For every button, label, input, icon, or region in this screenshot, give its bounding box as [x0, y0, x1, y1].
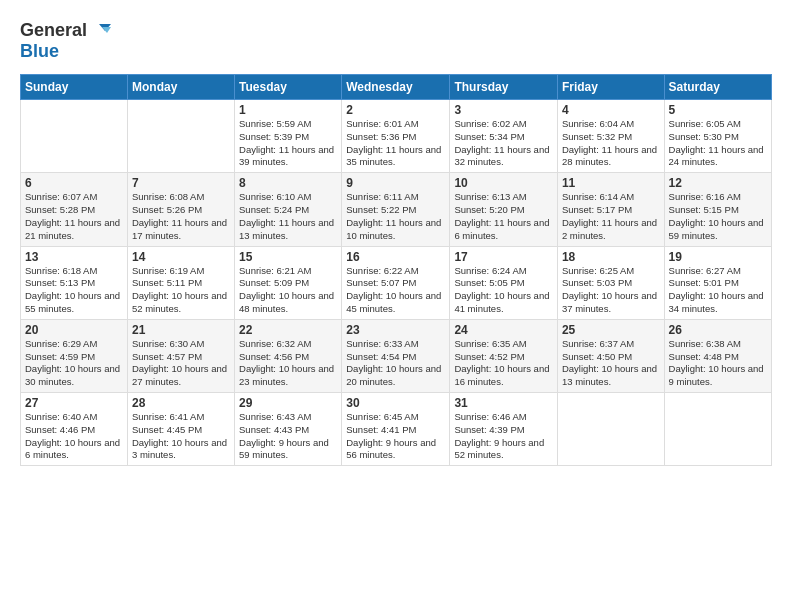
day-info: Sunrise: 6:33 AM Sunset: 4:54 PM Dayligh…: [346, 338, 445, 389]
calendar-cell: 14Sunrise: 6:19 AM Sunset: 5:11 PM Dayli…: [127, 246, 234, 319]
weekday-header-sunday: Sunday: [21, 75, 128, 100]
day-number: 9: [346, 176, 445, 190]
weekday-header-saturday: Saturday: [664, 75, 771, 100]
day-info: Sunrise: 6:19 AM Sunset: 5:11 PM Dayligh…: [132, 265, 230, 316]
day-number: 6: [25, 176, 123, 190]
day-info: Sunrise: 6:40 AM Sunset: 4:46 PM Dayligh…: [25, 411, 123, 462]
day-info: Sunrise: 6:02 AM Sunset: 5:34 PM Dayligh…: [454, 118, 553, 169]
day-number: 7: [132, 176, 230, 190]
day-number: 24: [454, 323, 553, 337]
day-info: Sunrise: 6:27 AM Sunset: 5:01 PM Dayligh…: [669, 265, 767, 316]
calendar-cell: 7Sunrise: 6:08 AM Sunset: 5:26 PM Daylig…: [127, 173, 234, 246]
calendar-cell: [664, 393, 771, 466]
day-info: Sunrise: 6:30 AM Sunset: 4:57 PM Dayligh…: [132, 338, 230, 389]
day-info: Sunrise: 6:35 AM Sunset: 4:52 PM Dayligh…: [454, 338, 553, 389]
calendar-cell: [127, 100, 234, 173]
day-number: 1: [239, 103, 337, 117]
day-number: 22: [239, 323, 337, 337]
calendar-cell: 15Sunrise: 6:21 AM Sunset: 5:09 PM Dayli…: [235, 246, 342, 319]
week-row-3: 13Sunrise: 6:18 AM Sunset: 5:13 PM Dayli…: [21, 246, 772, 319]
day-info: Sunrise: 6:25 AM Sunset: 5:03 PM Dayligh…: [562, 265, 660, 316]
day-number: 13: [25, 250, 123, 264]
day-number: 29: [239, 396, 337, 410]
logo-blue: Blue: [20, 41, 59, 62]
day-info: Sunrise: 6:21 AM Sunset: 5:09 PM Dayligh…: [239, 265, 337, 316]
calendar-cell: 6Sunrise: 6:07 AM Sunset: 5:28 PM Daylig…: [21, 173, 128, 246]
day-number: 20: [25, 323, 123, 337]
day-info: Sunrise: 6:10 AM Sunset: 5:24 PM Dayligh…: [239, 191, 337, 242]
day-number: 8: [239, 176, 337, 190]
day-info: Sunrise: 6:22 AM Sunset: 5:07 PM Dayligh…: [346, 265, 445, 316]
calendar-cell: 31Sunrise: 6:46 AM Sunset: 4:39 PM Dayli…: [450, 393, 558, 466]
day-number: 17: [454, 250, 553, 264]
day-info: Sunrise: 6:24 AM Sunset: 5:05 PM Dayligh…: [454, 265, 553, 316]
weekday-header-monday: Monday: [127, 75, 234, 100]
calendar-cell: 27Sunrise: 6:40 AM Sunset: 4:46 PM Dayli…: [21, 393, 128, 466]
day-info: Sunrise: 6:29 AM Sunset: 4:59 PM Dayligh…: [25, 338, 123, 389]
day-info: Sunrise: 6:38 AM Sunset: 4:48 PM Dayligh…: [669, 338, 767, 389]
logo-bird-icon: [89, 22, 111, 40]
calendar-cell: 12Sunrise: 6:16 AM Sunset: 5:15 PM Dayli…: [664, 173, 771, 246]
calendar-cell: 13Sunrise: 6:18 AM Sunset: 5:13 PM Dayli…: [21, 246, 128, 319]
week-row-2: 6Sunrise: 6:07 AM Sunset: 5:28 PM Daylig…: [21, 173, 772, 246]
day-number: 10: [454, 176, 553, 190]
calendar-cell: 19Sunrise: 6:27 AM Sunset: 5:01 PM Dayli…: [664, 246, 771, 319]
logo-text: General Blue: [20, 20, 111, 62]
day-number: 4: [562, 103, 660, 117]
weekday-header-friday: Friday: [557, 75, 664, 100]
calendar-cell: 8Sunrise: 6:10 AM Sunset: 5:24 PM Daylig…: [235, 173, 342, 246]
day-number: 12: [669, 176, 767, 190]
day-number: 16: [346, 250, 445, 264]
calendar-cell: [557, 393, 664, 466]
day-number: 5: [669, 103, 767, 117]
calendar-cell: 17Sunrise: 6:24 AM Sunset: 5:05 PM Dayli…: [450, 246, 558, 319]
day-number: 11: [562, 176, 660, 190]
calendar-cell: 3Sunrise: 6:02 AM Sunset: 5:34 PM Daylig…: [450, 100, 558, 173]
calendar-cell: 1Sunrise: 5:59 AM Sunset: 5:39 PM Daylig…: [235, 100, 342, 173]
calendar-cell: 29Sunrise: 6:43 AM Sunset: 4:43 PM Dayli…: [235, 393, 342, 466]
day-info: Sunrise: 6:07 AM Sunset: 5:28 PM Dayligh…: [25, 191, 123, 242]
page: General Blue SundayMondayTuesdayWednesda…: [0, 0, 792, 481]
day-number: 28: [132, 396, 230, 410]
week-row-4: 20Sunrise: 6:29 AM Sunset: 4:59 PM Dayli…: [21, 319, 772, 392]
day-info: Sunrise: 6:11 AM Sunset: 5:22 PM Dayligh…: [346, 191, 445, 242]
day-number: 14: [132, 250, 230, 264]
weekday-header-row: SundayMondayTuesdayWednesdayThursdayFrid…: [21, 75, 772, 100]
logo-general: General: [20, 20, 87, 41]
day-number: 15: [239, 250, 337, 264]
day-info: Sunrise: 6:01 AM Sunset: 5:36 PM Dayligh…: [346, 118, 445, 169]
calendar-cell: 24Sunrise: 6:35 AM Sunset: 4:52 PM Dayli…: [450, 319, 558, 392]
day-number: 25: [562, 323, 660, 337]
week-row-5: 27Sunrise: 6:40 AM Sunset: 4:46 PM Dayli…: [21, 393, 772, 466]
day-info: Sunrise: 5:59 AM Sunset: 5:39 PM Dayligh…: [239, 118, 337, 169]
calendar-cell: 11Sunrise: 6:14 AM Sunset: 5:17 PM Dayli…: [557, 173, 664, 246]
calendar-cell: 9Sunrise: 6:11 AM Sunset: 5:22 PM Daylig…: [342, 173, 450, 246]
day-number: 23: [346, 323, 445, 337]
day-info: Sunrise: 6:14 AM Sunset: 5:17 PM Dayligh…: [562, 191, 660, 242]
calendar-cell: 26Sunrise: 6:38 AM Sunset: 4:48 PM Dayli…: [664, 319, 771, 392]
logo: General Blue: [20, 20, 111, 62]
day-number: 21: [132, 323, 230, 337]
day-number: 30: [346, 396, 445, 410]
week-row-1: 1Sunrise: 5:59 AM Sunset: 5:39 PM Daylig…: [21, 100, 772, 173]
day-info: Sunrise: 6:41 AM Sunset: 4:45 PM Dayligh…: [132, 411, 230, 462]
day-info: Sunrise: 6:32 AM Sunset: 4:56 PM Dayligh…: [239, 338, 337, 389]
day-number: 31: [454, 396, 553, 410]
day-number: 26: [669, 323, 767, 337]
day-info: Sunrise: 6:04 AM Sunset: 5:32 PM Dayligh…: [562, 118, 660, 169]
day-info: Sunrise: 6:08 AM Sunset: 5:26 PM Dayligh…: [132, 191, 230, 242]
day-info: Sunrise: 6:43 AM Sunset: 4:43 PM Dayligh…: [239, 411, 337, 462]
calendar-cell: 5Sunrise: 6:05 AM Sunset: 5:30 PM Daylig…: [664, 100, 771, 173]
day-number: 3: [454, 103, 553, 117]
calendar-cell: [21, 100, 128, 173]
day-number: 27: [25, 396, 123, 410]
calendar-cell: 16Sunrise: 6:22 AM Sunset: 5:07 PM Dayli…: [342, 246, 450, 319]
header: General Blue: [20, 20, 772, 62]
calendar-cell: 2Sunrise: 6:01 AM Sunset: 5:36 PM Daylig…: [342, 100, 450, 173]
day-info: Sunrise: 6:13 AM Sunset: 5:20 PM Dayligh…: [454, 191, 553, 242]
day-info: Sunrise: 6:45 AM Sunset: 4:41 PM Dayligh…: [346, 411, 445, 462]
day-info: Sunrise: 6:16 AM Sunset: 5:15 PM Dayligh…: [669, 191, 767, 242]
day-number: 18: [562, 250, 660, 264]
calendar-cell: 22Sunrise: 6:32 AM Sunset: 4:56 PM Dayli…: [235, 319, 342, 392]
weekday-header-wednesday: Wednesday: [342, 75, 450, 100]
